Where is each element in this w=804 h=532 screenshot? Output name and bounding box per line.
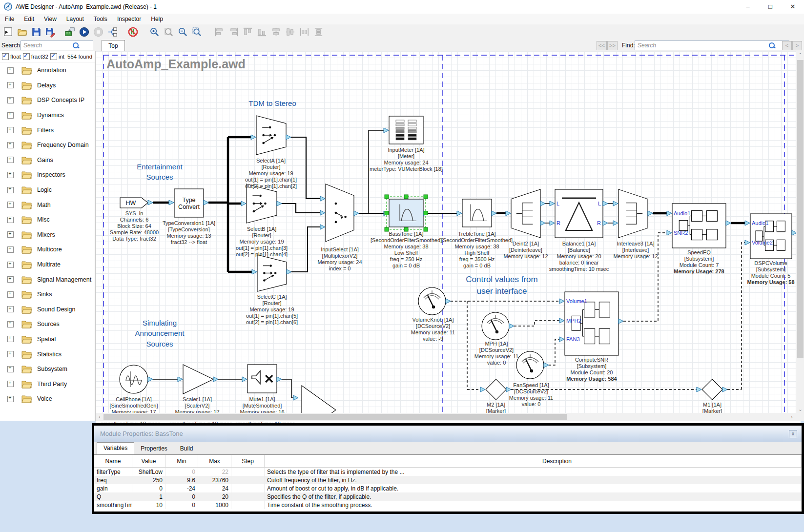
sidebar-item-dsp-concepts-ip[interactable]: DSP Concepts IP: [0, 93, 96, 108]
pin[interactable]: [667, 211, 672, 216]
pin[interactable]: [559, 318, 564, 323]
expand-icon[interactable]: [7, 276, 14, 283]
search-input[interactable]: [21, 41, 93, 50]
new-design-icon[interactable]: [1, 26, 14, 39]
pin[interactable]: [178, 377, 183, 382]
properties-close-icon[interactable]: x: [789, 430, 797, 438]
expand-icon[interactable]: [7, 231, 14, 238]
pin[interactable]: [148, 200, 153, 205]
cell-value[interactable]: 0: [132, 484, 165, 492]
pin[interactable]: [287, 269, 291, 274]
expand-icon[interactable]: [7, 217, 14, 223]
save-icon[interactable]: [30, 26, 42, 39]
pin[interactable]: [169, 200, 174, 205]
checkbox-int[interactable]: [50, 53, 57, 60]
zoom-in-icon[interactable]: [148, 26, 161, 39]
selection-handle[interactable]: [385, 227, 389, 231]
sidebar-item-voice[interactable]: Voice: [0, 391, 96, 407]
variable-row-filterType[interactable]: filterTypeShelfLow022Selects the type of…: [94, 468, 802, 476]
pin[interactable]: [667, 230, 672, 235]
horizontal-scroll-thumb[interactable]: [103, 414, 567, 420]
pin[interactable]: [457, 211, 462, 216]
menu-edit[interactable]: Edit: [19, 16, 39, 22]
pin[interactable]: [506, 387, 511, 392]
pin[interactable]: [509, 324, 514, 328]
expand-icon[interactable]: [7, 97, 14, 103]
expand-icon[interactable]: [7, 112, 14, 119]
vertical-scroll-thumb[interactable]: [797, 60, 804, 358]
halt-icon[interactable]: [126, 26, 139, 39]
sidebar-item-multicore[interactable]: Multicore: [0, 242, 96, 257]
pin[interactable]: [648, 211, 653, 216]
selection-handle[interactable]: [404, 195, 408, 199]
sidebar-item-sinks[interactable]: Sinks: [0, 287, 96, 302]
variable-row-smoothingTime[interactable]: smoothingTime1001000Time constant of the…: [94, 501, 802, 509]
variable-row-freq[interactable]: freq2509.623760Cutoff frequency of the f…: [94, 476, 802, 484]
sidebar-item-filters[interactable]: Filters: [0, 123, 96, 138]
scroll-up-arrow[interactable]: ⌃: [796, 52, 804, 58]
scroll-right-arrow[interactable]: ›: [789, 414, 795, 420]
pin[interactable]: [242, 377, 247, 382]
block-BassTone[interactable]: [389, 199, 423, 227]
sidebar-item-inspectors[interactable]: Inspectors: [0, 167, 96, 183]
expand-icon[interactable]: [7, 306, 14, 312]
expand-icon[interactable]: [7, 291, 14, 298]
expand-icon[interactable]: [7, 172, 14, 178]
block-M2[interactable]: [486, 379, 506, 400]
pin[interactable]: [277, 377, 282, 382]
maximize-button[interactable]: ☐: [759, 0, 782, 14]
pin[interactable]: [603, 221, 608, 225]
expand-icon[interactable]: [7, 202, 14, 208]
menu-view[interactable]: View: [39, 16, 62, 22]
pin[interactable]: [722, 387, 727, 392]
sidebar-item-multirate[interactable]: Multirate: [0, 257, 96, 272]
menu-inspector[interactable]: Inspector: [112, 16, 146, 22]
selection-handle[interactable]: [424, 195, 428, 199]
pin[interactable]: [550, 201, 555, 206]
block-M1[interactable]: [702, 379, 722, 400]
minimize-button[interactable]: –: [737, 0, 759, 14]
pin[interactable]: [241, 201, 246, 206]
expand-icon[interactable]: [7, 187, 14, 193]
expand-icon[interactable]: [7, 396, 14, 402]
block-InputMeter[interactable]: [389, 116, 423, 144]
block-InputSelect[interactable]: [326, 184, 354, 242]
pin[interactable]: [540, 201, 545, 206]
expand-icon[interactable]: [7, 366, 14, 372]
block-Deint2[interactable]: [511, 189, 540, 238]
pin[interactable]: [148, 377, 153, 382]
expand-icon[interactable]: [7, 381, 14, 387]
sidebar-item-signal-management[interactable]: Signal Management: [0, 272, 96, 287]
nav-forward-button[interactable]: >>: [607, 41, 618, 50]
pin[interactable]: [446, 299, 451, 304]
zoom-region-icon[interactable]: [190, 26, 203, 39]
sidebar-item-delays[interactable]: Delays: [0, 78, 96, 93]
pin[interactable]: [745, 240, 750, 245]
vertical-scrollbar[interactable]: ⌃ ⌄: [796, 51, 804, 413]
block-AnnouncementScaler[interactable]: [302, 386, 336, 413]
pin[interactable]: [213, 377, 218, 382]
find-search-icon[interactable]: [768, 42, 775, 49]
pin[interactable]: [293, 395, 298, 400]
cell-value[interactable]: 10: [132, 501, 165, 509]
deploy-icon[interactable]: [63, 26, 76, 39]
pin[interactable]: [540, 221, 545, 225]
sidebar-item-subsystem[interactable]: Subsystem: [0, 362, 96, 377]
propagate-icon[interactable]: [106, 26, 119, 39]
expand-icon[interactable]: [7, 351, 14, 357]
tab-build[interactable]: Build: [174, 443, 200, 454]
find-next-button[interactable]: >: [792, 41, 802, 50]
sidebar-item-gains[interactable]: Gains: [0, 153, 96, 168]
pin[interactable]: [697, 387, 701, 392]
sidebar-item-statistics[interactable]: Statistics: [0, 347, 96, 362]
open-icon[interactable]: [16, 26, 28, 39]
cell-value[interactable]: ShelfLow: [132, 468, 165, 476]
sidebar-item-misc[interactable]: Misc: [0, 212, 96, 227]
block-Interleave3[interactable]: [618, 189, 648, 238]
pin[interactable]: [559, 299, 564, 304]
checkbox-fract32[interactable]: [23, 53, 30, 60]
pin[interactable]: [603, 201, 608, 206]
pin[interactable]: [559, 337, 564, 342]
pin[interactable]: [544, 363, 549, 368]
selection-handle[interactable]: [424, 211, 428, 215]
